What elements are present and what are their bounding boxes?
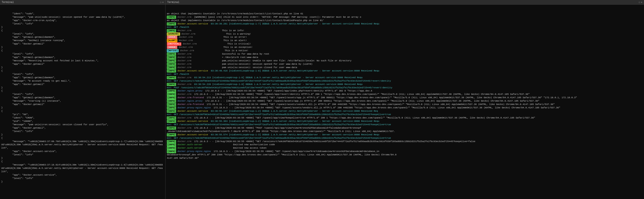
log-line: "app": "docker-crm-cron.syslog", <box>1 19 164 22</box>
log-line: } <box>1 66 164 69</box>
log-level-badge: [INFO] <box>167 143 176 146</box>
log-text: "app": "docker.account-service", <box>1 174 57 176</box>
log-line: "level": "info" <box>1 130 164 133</box>
log-text: pam unix(su:session): session closed for… <box>194 66 297 69</box>
log-text: 172.18.0.3 - - [20/Aug/2020:03:36:54 +00… <box>214 106 560 109</box>
log-text: Emitted new authorization code <box>205 143 275 146</box>
log-source: docker.crm <box>181 33 195 35</box>
log-text: "message": "GetMail instance running", <box>1 39 65 42</box>
log-text: 172.18.0.3 - - [20/Aug/2020:03:36:55 +00… <box>194 116 535 119</box>
log-text: "app": "getmail-getmaildaemon", <box>1 96 56 99</box>
log-source: docker.nginx.proxy <box>177 90 202 92</box>
log-source: docker.crm <box>177 66 191 69</box>
log-source: docker.crm-frontend <box>177 96 204 99</box>
log-text: database=kronospf_dev HTTP/1.0" 200 2396… <box>167 154 396 156</box>
log-line: [CRITICAL] docker.crm This is critical! <box>167 42 643 46</box>
log-line: "app": "getmail-getmaildaemon", <box>1 56 164 59</box>
log-level-badge: [INFO] <box>167 116 176 120</box>
log-text: Emitted new access token <box>205 147 266 149</box>
log-source: docker.crm <box>180 49 194 52</box>
log-level-badge: [INFO] <box>167 103 176 106</box>
log-line: [INFO] docker.crm pam unix(su:session): … <box>167 62 643 66</box>
log-source: docker.crm <box>177 53 191 55</box>
log-text: 172.18.0.3 - - [20/Aug/2020:03:36:55 +00… <box>194 140 475 143</box>
log-text: } <box>1 180 3 183</box>
log-text: This is an exception! <box>196 46 252 48</box>
log-source: docker.nginx.proxy <box>177 100 202 102</box>
log-line: { <box>1 90 164 93</box>
log-level-badge: [INFO] <box>167 59 176 62</box>
log-line: "app": "docker.getmail" <box>1 103 164 106</box>
log-text: "message": "Resetting account not fetche… <box>1 60 99 62</box>
log-line: "message": "pam unix(sudo:session): sess… <box>1 16 164 19</box>
log-line: 4147.105 Safari/537.36" <box>167 157 643 160</box>
log-text: { <box>1 49 3 52</box>
log-line: [INFO] docker.crm 172.18.0.3 - - [20/Aug… <box>167 93 643 96</box>
log-source: docker.crm <box>179 36 193 38</box>
log-source: docker.crm <box>177 76 191 79</box>
log-text: 4147.105 Safari/537.36" <box>167 157 199 159</box>
log-line: "message": "Resetting account not fetche… <box>1 59 164 62</box>
log-source: docker.account-service <box>177 70 208 72</box>
right-terminal-content[interactable]: an object that implements Countable in /… <box>166 5 644 199</box>
log-text: "ident": "sudo", <box>1 12 34 15</box>
left-terminal-title: Terminal <box>2 1 14 4</box>
log-line: [INFO] docker.proxy-nginx.nginx 172.18.0… <box>167 150 643 153</box>
log-level-badge: [INFO] <box>167 100 176 103</box>
log-line: [INFO] docker.crm 172.18.0.3 - - [20/Aug… <box>167 126 643 130</box>
log-source: docker.auth-server <box>177 147 202 149</box>
log-source: docker.crm <box>177 140 191 143</box>
log-level-badge: [INFO] <box>167 90 176 92</box>
log-text: 03:36:54.228 [nioEventLoopGroup-1-9] DEB… <box>194 83 363 86</box>
log-level-badge: [ERROR] <box>167 36 177 39</box>
log-line: [INFO] docker.account-service 03:36:55.3… <box>167 120 643 123</box>
log-line: est: GET /sessions/c7a9c86f003e54361d733… <box>167 113 643 116</box>
right-titlebar-icons: ☐ ✕ <box>639 1 642 4</box>
log-source: docker.account-service <box>177 134 208 136</box>
log-text: This is an alert! <box>196 39 247 42</box>
log-text: "app": "docker.getmail", <box>1 127 46 129</box>
left-terminal-content[interactable]: "ident": "sudo", "message": "pam unix(su… <box>0 5 165 199</box>
log-level-badge: [INFO] <box>167 140 176 143</box>
log-level-badge: [INFO] <box>167 106 176 110</box>
log-text: "level": "info" <box>1 22 33 25</box>
right-maximize-icon[interactable]: ☐ <box>639 1 640 4</box>
log-text: "pid": "19000", <box>1 120 33 122</box>
right-titlebar-left: Terminal <box>167 1 180 4</box>
log-line: "ident": "CRON", <box>1 116 164 120</box>
log-text: 172.18.0.3 - - [20/Aug/2020:03:36:55 +00… <box>194 127 361 129</box>
log-line: [INFO] docker.crm 172.18.0.3 - - [20/Aug… <box>167 116 643 120</box>
log-line: [INFO] docker.nginx.proxy 172.18.0.3 - -… <box>167 90 643 93</box>
log-text: "level": "info" <box>1 130 33 132</box>
maximize-icon[interactable]: ☐ <box>160 1 162 4</box>
log-text: "level": "info" <box>1 177 33 180</box>
log-text: pam unix(su:session): session opened for… <box>194 63 312 65</box>
log-source: docker.proxy-nginx.nginx <box>177 150 211 152</box>
right-close-icon[interactable]: ✕ <box>641 1 642 4</box>
close-icon[interactable]: ✕ <box>162 1 164 4</box>
log-text: { <box>1 137 3 139</box>
log-text: "level": "info", <box>1 73 34 76</box>
left-titlebar-left: Terminal <box>2 1 14 4</box>
log-line: [INFO] docker.crm + /dev/pts/0 root:www-… <box>167 56 643 59</box>
log-text: 03:36:55.574 [nioEventLoopGroup-1-3] DEB… <box>211 134 379 136</box>
log-text: "message": "starting (1) instance", <box>1 100 61 102</box>
log-line: est: GET /health <box>167 26 643 29</box>
log-line: [INFO] docker.proxy-nginx.nginx 172.18.0… <box>167 106 643 110</box>
log-text: This is a notice! <box>197 49 248 52</box>
log-text: "ident": "CRON", <box>1 116 34 119</box>
log-text: 03:36:55.363 [nioEventLoopGroup-1-2] DEB… <box>211 120 379 122</box>
left-terminal-pane: Terminal ☐ ✕ "ident": "sudo", "message":… <box>0 0 166 199</box>
right-terminal-pane: Terminal ☐ ✕ an object that implements C… <box>166 0 644 199</box>
log-line: _dev&e7c6dcaa&cmd=view&cached=false&vers… <box>167 130 643 133</box>
log-level-badge: [INFO] <box>167 29 176 32</box>
log-level-badge: [INFO] <box>167 150 176 153</box>
log-text: est: GET /sessions/c7a9c86f003e54361d733… <box>167 80 391 82</box>
log-line: est: GET /health <box>167 73 643 76</box>
log-level-badge: [NOTICE] <box>167 49 178 52</box>
log-text: est: GET /sessions/c7a9c86f003e54361d733… <box>167 137 391 139</box>
log-text: { <box>1 160 3 163</box>
log-level-badge: [INFO] <box>167 133 176 136</box>
log-line: } <box>1 157 164 160</box>
log-source: docker.crm <box>177 83 191 86</box>
